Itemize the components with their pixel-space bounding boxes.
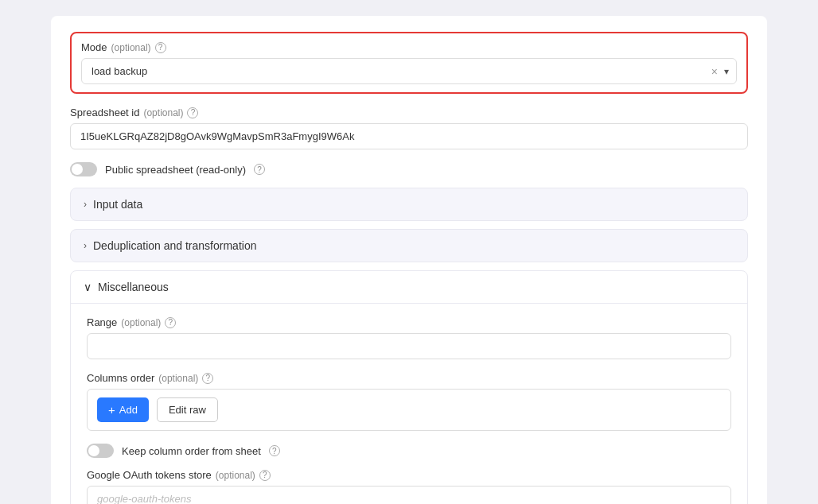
miscellaneous-chevron: ∨ [84, 281, 92, 293]
public-spreadsheet-toggle[interactable] [70, 162, 97, 176]
mode-chevron-icon[interactable]: ▾ [724, 66, 729, 77]
mode-help-icon[interactable]: ? [155, 42, 166, 53]
mode-select[interactable]: load backup [81, 58, 737, 84]
input-data-section: › Input data [70, 188, 748, 221]
add-column-button[interactable]: + Add [97, 397, 149, 422]
plus-icon: + [108, 403, 115, 417]
deduplication-header[interactable]: › Deduplication and transformation [71, 230, 747, 262]
main-container: Mode (optional) ? load backup × ▾ Spread… [51, 16, 767, 504]
columns-order-label: Columns order (optional) ? [87, 372, 731, 384]
edit-raw-button[interactable]: Edit raw [157, 397, 218, 422]
deduplication-chevron: › [84, 240, 87, 251]
public-spreadsheet-knob [72, 164, 83, 175]
miscellaneous-header[interactable]: ∨ Miscellaneous [71, 271, 747, 304]
keep-column-order-label: Keep column order from sheet [122, 445, 261, 457]
spreadsheet-id-help-icon[interactable]: ? [187, 107, 198, 118]
mode-label: Mode (optional) ? [81, 41, 737, 53]
public-spreadsheet-help-icon[interactable]: ? [254, 164, 265, 175]
oauth-tokens-help-icon[interactable]: ? [259, 470, 271, 481]
range-group: Range (optional) ? [87, 316, 731, 359]
range-input[interactable] [87, 333, 731, 359]
columns-order-box: + Add Edit raw [87, 389, 731, 431]
oauth-tokens-group: Google OAuth tokens store (optional) ? [87, 469, 731, 504]
spreadsheet-id-group: Spreadsheet id (optional) ? [70, 107, 748, 149]
miscellaneous-body: Range (optional) ? Columns order (option… [71, 304, 747, 504]
columns-order-help-icon[interactable]: ? [202, 373, 213, 384]
columns-order-buttons: + Add Edit raw [97, 397, 721, 422]
oauth-tokens-input[interactable] [87, 486, 731, 504]
keep-column-order-toggle[interactable] [87, 444, 114, 458]
mode-clear-icon[interactable]: × [711, 65, 718, 78]
public-spreadsheet-label: Public spreadsheet (read-only) [105, 164, 246, 176]
keep-column-order-help-icon[interactable]: ? [269, 445, 280, 456]
keep-column-order-row: Keep column order from sheet ? [87, 444, 731, 458]
miscellaneous-section: ∨ Miscellaneous Range (optional) ? Colum… [70, 270, 748, 504]
oauth-tokens-label: Google OAuth tokens store (optional) ? [87, 469, 731, 481]
mode-highlight-box: Mode (optional) ? load backup × ▾ [70, 32, 748, 94]
input-data-chevron: › [84, 199, 87, 210]
range-help-icon[interactable]: ? [165, 317, 176, 328]
spreadsheet-id-label: Spreadsheet id (optional) ? [70, 107, 748, 118]
mode-select-icons: × ▾ [711, 65, 729, 78]
columns-order-group: Columns order (optional) ? + Add Edit ra… [87, 372, 731, 431]
input-data-header[interactable]: › Input data [71, 188, 747, 220]
mode-select-wrapper: load backup × ▾ [81, 58, 737, 84]
keep-column-order-knob [88, 445, 99, 456]
deduplication-section: › Deduplication and transformation [70, 229, 748, 262]
public-spreadsheet-row: Public spreadsheet (read-only) ? [70, 162, 748, 176]
spreadsheet-id-input[interactable] [70, 123, 748, 149]
range-label: Range (optional) ? [87, 316, 731, 328]
